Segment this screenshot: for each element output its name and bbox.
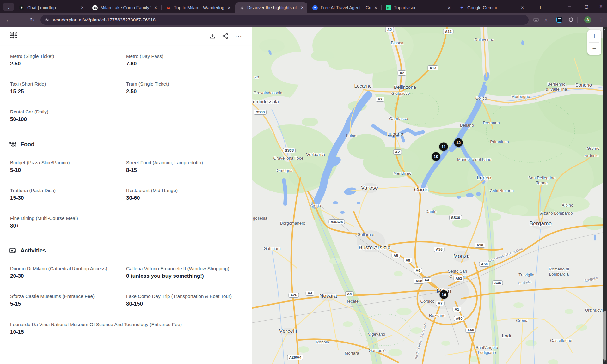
map-marker-11[interactable]: 11	[439, 143, 448, 151]
extensions-puzzle-icon[interactable]	[567, 16, 575, 24]
cost-item: Street Food (Arancini, Lampredotto) 8-15	[126, 160, 240, 173]
route-badge: A50	[454, 316, 464, 321]
scroll-down-icon[interactable]: ▼	[603, 360, 607, 362]
profile-avatar[interactable]: A	[584, 16, 591, 23]
route-badge: A36	[434, 247, 444, 252]
zoom-out-button[interactable]: −	[587, 43, 601, 55]
map-label: Vercelli	[279, 328, 297, 334]
download-icon[interactable]	[209, 32, 216, 40]
map-label: Gattinara	[264, 246, 281, 251]
route-badge: A52	[453, 276, 464, 281]
chevron-down-icon: ⌄	[7, 5, 10, 9]
wonderplan-favicon	[92, 5, 98, 10]
browser-tab-bar: ⌄ ✦ Chat | mindtrip ✕ Milan Lake Como Fa…	[0, 0, 607, 13]
scrollbar-thumb[interactable]	[603, 311, 606, 360]
map-label: gosesia	[253, 216, 267, 221]
tab-close-icon[interactable]: ✕	[521, 5, 524, 10]
tab-milan-lake-como[interactable]: Milan Lake Como Family Trip ✕	[89, 2, 161, 13]
address-bar[interactable]: wonderplan.ai/v4/plan/v4-1775635273067-7…	[40, 15, 529, 25]
cost-label: Fine Dining (Multi-Course Meal)	[10, 215, 124, 221]
chrome-menu-kebab-icon[interactable]: ⋮	[597, 16, 605, 24]
travel-agent-favicon: ✈	[312, 5, 318, 10]
tab-close-icon[interactable]: ✕	[301, 5, 304, 10]
zoom-in-button[interactable]: +	[587, 30, 601, 42]
ellipsis-icon[interactable]: ⋯	[235, 32, 242, 40]
map-label: Vigevano	[368, 332, 385, 337]
map-label: Giubiasco	[391, 91, 410, 96]
route-badge: A8	[414, 268, 422, 273]
bookmark-star-icon[interactable]: ☆	[542, 16, 550, 24]
cost-label: Restaurant (Mid-Range)	[126, 188, 240, 193]
cost-value: 80+	[10, 223, 124, 229]
cost-label: Leonardo Da Vinci National Museum Of Sci…	[10, 322, 241, 327]
section-title: Food	[21, 141, 34, 148]
map-marker-16[interactable]: 16	[440, 290, 448, 299]
route-badge: A8/A26	[329, 219, 345, 224]
cost-item: Leonardo Da Vinci National Museum Of Sci…	[10, 322, 241, 335]
tab-discover-milan-active[interactable]: Discover the highlights of Milan ✕	[235, 2, 307, 13]
cost-item: Metro (Single Ticket) 2.50	[10, 53, 124, 67]
tab-close-icon[interactable]: ✕	[154, 5, 157, 10]
map-label: Arona	[310, 203, 321, 208]
tab-free-ai-travel-agent[interactable]: ✈ Free AI Travel Agent – Create th ✕	[309, 2, 381, 13]
new-tab-button[interactable]: +	[536, 4, 544, 12]
cost-value: 7.60	[126, 61, 240, 67]
tab-close-icon[interactable]: ✕	[447, 5, 451, 10]
toolbar-divider	[577, 17, 578, 23]
window-minimize-button[interactable]: ─	[565, 2, 574, 11]
window-maximize-button[interactable]: ▢	[582, 2, 591, 11]
map-label: Berbenno di Valtellina	[546, 82, 567, 92]
tab-title: Free AI Travel Agent – Create th	[321, 5, 371, 10]
activities-ticket-icon	[9, 246, 17, 255]
map-label: Ardesio	[585, 153, 599, 158]
route-badge: A13	[443, 29, 453, 34]
tab-close-icon[interactable]: ✕	[227, 5, 231, 10]
map-marker-10[interactable]: 10	[432, 152, 440, 161]
window-close-button[interactable]: ✕	[596, 2, 606, 11]
cost-value: 80-150	[126, 301, 240, 307]
cost-label: Taxi (Short Ride)	[10, 81, 124, 87]
share-icon[interactable]	[221, 32, 229, 40]
tab-chat-mindtrip[interactable]: ✦ Chat | mindtrip ✕	[15, 2, 87, 13]
sih-extension-icon[interactable]	[556, 17, 562, 23]
cost-item: Sforza Castle Museums (Entrance Fee) 5-1…	[10, 294, 124, 307]
map-label: Lugano	[387, 131, 403, 137]
gemini-favicon: ✦	[459, 5, 464, 10]
route-badge: SS33	[283, 148, 296, 153]
cost-item: Duomo Di Milano (Cathedral Rooftop Acces…	[10, 266, 124, 279]
page-scrollbar[interactable]: ▲ ▼	[603, 27, 607, 364]
map-label: Alzano Lombardo	[540, 211, 573, 216]
forward-icon[interactable]: →	[16, 15, 25, 24]
cost-item: Fine Dining (Multi-Course Meal) 80+	[10, 215, 124, 229]
tab-search-button[interactable]: ⌄	[3, 3, 14, 11]
panel-header: ⋯	[0, 27, 252, 45]
cost-value: 50-100	[10, 116, 124, 123]
map-label: Crevoladossola	[254, 90, 282, 95]
map-marker-12[interactable]: 12	[454, 138, 463, 147]
site-settings-icon[interactable]	[45, 18, 49, 22]
scroll-up-icon[interactable]: ▲	[603, 28, 607, 31]
wonderplan-logo[interactable]	[9, 32, 18, 41]
map[interactable]: BiascaChiavennaBellinzonaGiubiascoLocarn…	[252, 27, 603, 364]
back-icon[interactable]: ←	[4, 15, 13, 24]
tab-close-icon[interactable]: ✕	[374, 5, 377, 10]
cost-label: Budget (Pizza Slice/Panino)	[10, 160, 124, 165]
tab-wanderlog[interactable]: ∞ Trip to Milan – Wanderlog ✕	[162, 2, 234, 13]
cost-item: Rental Car (Daily) 50-100	[10, 109, 124, 123]
cost-value: 20-30	[10, 273, 124, 279]
route-badge: A2	[393, 149, 402, 155]
route-badge: A35	[492, 280, 503, 285]
map-label: Gravellona Toce	[273, 156, 303, 161]
route-badge: A4	[345, 291, 354, 296]
tab-close-icon[interactable]: ✕	[81, 5, 84, 10]
reload-icon[interactable]: ↻	[28, 15, 37, 24]
cost-item: Restaurant (Mid-Range) 30-60	[126, 188, 240, 201]
map-label: Castelleone	[550, 338, 572, 343]
map-label: Omegna	[277, 168, 292, 173]
tab-google-gemini[interactable]: ✦ Google Gemini ✕	[455, 2, 527, 13]
install-app-icon[interactable]	[532, 16, 540, 24]
tab-tripadvisor[interactable]: ∞ Tripadvisor ✕	[382, 2, 454, 13]
cost-value: 2.50	[10, 61, 124, 67]
cost-value: 2.50	[126, 88, 240, 95]
map-label: Premana	[483, 120, 500, 125]
